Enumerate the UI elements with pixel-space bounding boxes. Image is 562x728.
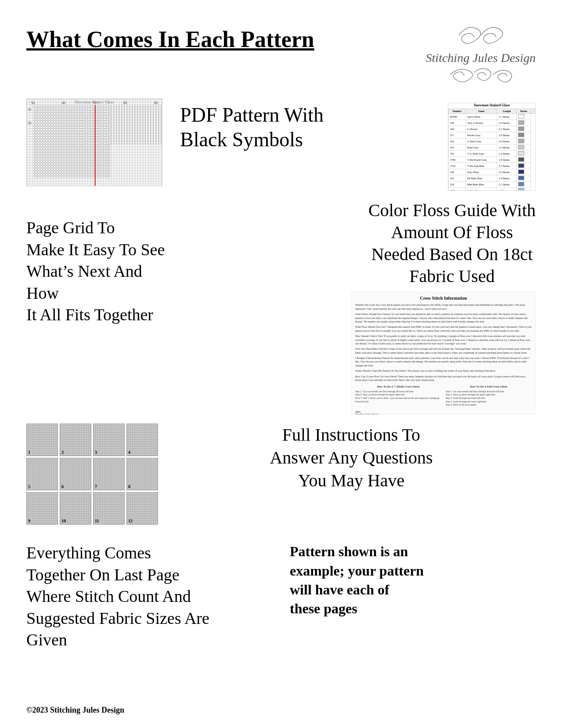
color-swatch	[518, 120, 524, 125]
grid-cell-number: 4	[128, 450, 130, 455]
step-item: Step 4: Come through the lower right hol…	[446, 400, 532, 404]
grid-cell-number: 6	[61, 484, 64, 489]
table-row: 415 Pearl Gray 1.5 Skeins	[449, 145, 535, 151]
pdf-text-area: PDF Pattern With Black Symbols	[180, 98, 430, 151]
stitch-symbols	[33, 105, 162, 186]
grid-cell-number: 8	[128, 484, 130, 489]
instructions-title: Full Instructions To Answer Any Question…	[167, 424, 536, 492]
logo-area: Stitching Jules Design	[426, 18, 536, 85]
step-item: Step 5: Move to the next square.	[446, 403, 532, 407]
grid-cell: 12	[126, 492, 158, 525]
pattern-shown-text: Pattern shown is an example; your patter…	[290, 542, 536, 618]
info-columns: How To Do A ½ (Half) Cross Stitch Step 1…	[355, 384, 532, 407]
info-paragraph: What Fabric Should You Choose? It’s my b…	[355, 312, 532, 323]
floss-table-body: B5200 Snow White 3.1 Skeins 168 Very Lt …	[449, 114, 535, 191]
table-row: 762 V Lt Pearl Gray 1.2 Skeins	[449, 151, 535, 157]
logo-text: Stitching Jules Design	[426, 50, 536, 66]
section2: Page Grid To Make It Easy To See What’s …	[26, 199, 536, 415]
grid-cell-number: 12	[128, 518, 133, 523]
svg-rect-4	[111, 105, 162, 145]
header: What Comes In Each Pattern Stitching Jul…	[26, 18, 536, 85]
section4: Everything Comes Together On Last Page W…	[26, 533, 536, 651]
grid-cell-number: 10	[61, 518, 66, 523]
table-row: 169 Lt Pewter 2.1 Skeins	[449, 126, 535, 132]
grid-cell: 5	[26, 458, 58, 490]
grid-cell-number: 2	[61, 450, 64, 455]
step-item: Step 2: Next, go down through the upper …	[446, 393, 532, 397]
grid-cell: 7	[93, 458, 125, 490]
grid-cell: 11	[93, 492, 125, 525]
grid-cell: 1	[26, 424, 58, 456]
color-swatch	[518, 133, 524, 137]
copyright-text: ©2023 Stitching Jules Design	[26, 706, 124, 714]
grid-cell-number: 5	[28, 484, 30, 489]
floss-guide-thumb: Snowman Stained Glass Number Name Length…	[448, 103, 536, 191]
grid-cell-number: 1	[28, 450, 30, 455]
everything-text: Everything Comes Together On Last Page W…	[26, 542, 272, 651]
step-item: Step 1: Cut your needle and floss throug…	[355, 390, 441, 394]
step-item: Step 2: Next, go down through the upper …	[355, 393, 441, 397]
color-swatch	[518, 176, 524, 180]
grid-cell: 8	[126, 458, 158, 490]
table-row: B5200 Snow White 3.1 Skeins	[449, 114, 535, 120]
info-paragraph: Whether this is the first cross stitch p…	[355, 303, 532, 311]
step-item: Step 3: Come through the lower left hole	[446, 397, 532, 400]
svg-rect-3	[33, 105, 111, 178]
color-swatch	[518, 157, 524, 162]
table-row: 318 Lt Steel Gray 2.0 Skeins	[449, 138, 535, 145]
section2-right: Color Floss Guide With Amount Of Floss N…	[184, 199, 536, 415]
color-swatch	[518, 127, 524, 131]
section1: Snowman Stained Glass 50 60 70 80 90 10 …	[26, 98, 536, 191]
info-paragraph: What Floss Should You Use? I designed th…	[355, 325, 532, 333]
table-row: 3750 V Dk Antq Blue 2.2 Skeins	[449, 163, 535, 169]
pdf-title: PDF Pattern With Black Symbols	[180, 103, 324, 151]
floss-guide-title: Color Floss Guide With Amount Of Floss N…	[368, 199, 536, 287]
how-to-full-col: How To Do A Full Cross Stitch Step 1: Cu…	[446, 384, 532, 407]
table-row: 322 Dk Baby Blue 1.4 Skeins	[449, 175, 535, 181]
info-paragraph: I Bought A Monochrome Pattern for monoch…	[355, 356, 532, 367]
floss-table: Number Name Length Skeins B5200 Snow Whi…	[448, 109, 535, 191]
color-swatch	[518, 188, 524, 191]
signature: JulesStitching Jules Design	[355, 410, 532, 415]
color-swatch	[518, 182, 524, 186]
info-paragraphs: Whether this is the first cross stitch p…	[355, 303, 532, 382]
color-swatch	[518, 170, 524, 174]
color-swatch	[518, 114, 524, 119]
grid-cell-number: 3	[95, 450, 97, 455]
page: What Comes In Each Pattern Stitching Jul…	[0, 0, 562, 728]
info-thumb: Cross Stitch Information Whether this is…	[351, 292, 536, 415]
how-to-half-col: How To Do A ½ (Half) Cross Stitch Step 1…	[355, 384, 441, 407]
step-item: Step 1: Cut your needle and floss throug…	[446, 390, 532, 394]
footer: ©2023 Stitching Jules Design	[26, 706, 124, 715]
info-paragraph: Why Are There Black Stitches? Some of my…	[355, 347, 532, 355]
section3: 1 2 3 4 5 6	[26, 424, 536, 525]
grid-cell: 3	[93, 424, 125, 456]
cross-stitch-grid: 50 60 70 80 90 10 20 // Inline SV	[27, 99, 162, 186]
color-swatch	[518, 151, 524, 156]
table-row: 317 Pewter Gray 1.8 Skeins	[449, 132, 535, 138]
color-swatch	[518, 145, 524, 149]
step-item: For a ½ and ½ Stitch, you’re done - you …	[355, 397, 441, 403]
grid-cell: 4	[126, 424, 158, 456]
grid-cell-number: 7	[95, 484, 97, 489]
logo-swirl-bottom	[441, 66, 520, 83]
color-swatch	[518, 163, 524, 168]
stitch-numbers-top: 50 60 70 80 90	[27, 101, 162, 105]
grid-cell: 2	[60, 424, 91, 456]
floss-thumb-title: Snowman Stained Glass	[448, 103, 535, 107]
grid-cell: 6	[60, 458, 91, 490]
grid-cell: 9	[26, 492, 58, 525]
grid-cell: 10	[60, 492, 91, 525]
page-grid-images: 1 2 3 4 5 6	[26, 424, 158, 525]
info-paragraph: How Can I Learn How To Cross Stitch? The…	[355, 375, 532, 382]
info-thumb-title: Cross Stitch Information	[355, 296, 532, 301]
table-row: 168 Very Lt Pewter 2.4 Skeins	[449, 120, 535, 126]
color-swatch	[518, 139, 524, 143]
info-paragraph: Where Should I Start My Pattern On The F…	[355, 369, 532, 373]
cross-stitch-preview: Snowman Stained Glass 50 60 70 80 90 10 …	[26, 98, 162, 186]
table-row: 3761 Lt Sky Blue 0.9 Skeins	[449, 188, 535, 191]
table-row: 334 Med Baby Blue 1.1 Skeins	[449, 181, 535, 188]
grid-cell-number: 11	[95, 518, 99, 523]
table-row: 3799 V Dk Pewter Gray 1.9 Skeins	[449, 157, 535, 163]
page-grid-text: Page Grid To Make It Easy To See What’s …	[26, 199, 176, 326]
